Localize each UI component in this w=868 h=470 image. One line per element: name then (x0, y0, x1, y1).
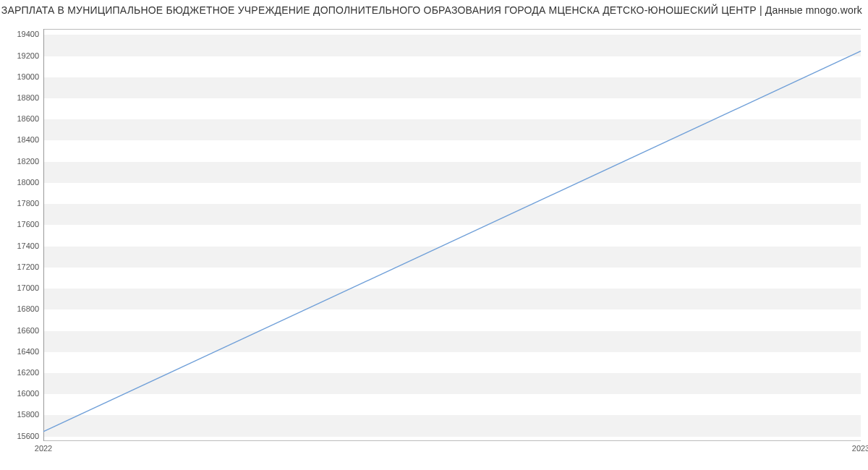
y-tick-label: 19200 (17, 51, 39, 60)
chart-container: ЗАРПЛАТА В МУНИЦИПАЛЬНОЕ БЮДЖЕТНОЕ УЧРЕЖ… (0, 0, 868, 470)
chart-title: ЗАРПЛАТА В МУНИЦИПАЛЬНОЕ БЮДЖЕТНОЕ УЧРЕЖ… (0, 4, 862, 16)
y-tick-label: 17400 (17, 242, 39, 250)
y-tick-label: 18400 (17, 135, 39, 144)
y-tick-label: 16000 (17, 389, 39, 398)
y-tick-label: 17600 (17, 220, 39, 228)
y-tick-label: 19000 (17, 72, 39, 81)
x-tick-label: 2023 (852, 444, 868, 453)
y-tick-label: 19400 (17, 30, 39, 38)
y-tick-label: 16200 (17, 368, 39, 377)
y-tick-label: 17000 (17, 283, 39, 292)
y-tick-label: 16400 (17, 347, 39, 356)
y-tick-label: 17200 (17, 262, 39, 271)
series-line (43, 51, 861, 432)
y-tick-label: 17800 (17, 199, 39, 208)
y-tick-label: 18200 (17, 157, 39, 166)
y-tick-label: 15600 (17, 432, 39, 440)
y-tick-label: 16600 (17, 326, 39, 335)
x-tick-label: 2022 (35, 444, 52, 453)
y-tick-label: 18800 (17, 93, 39, 102)
y-tick-label: 18000 (17, 178, 39, 187)
y-tick-label: 15800 (17, 410, 39, 419)
y-tick-label: 16800 (17, 304, 39, 313)
line-layer (43, 29, 861, 441)
y-tick-label: 18600 (17, 114, 39, 123)
